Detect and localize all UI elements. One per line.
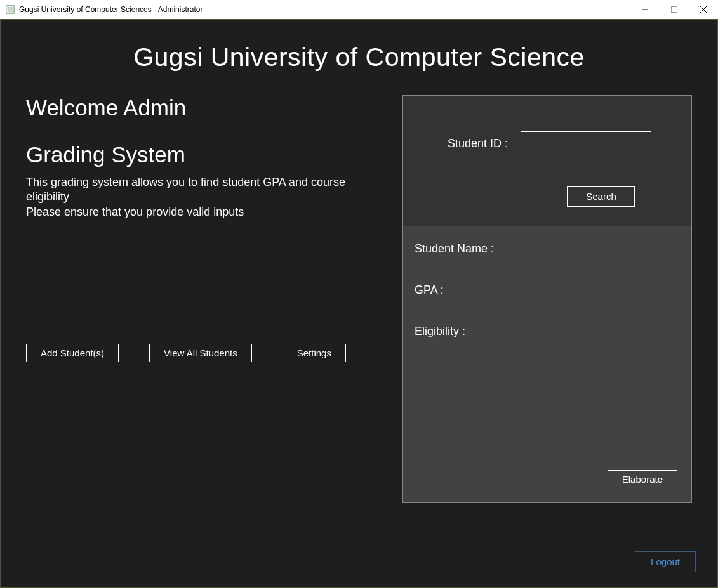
settings-button[interactable]: Settings — [283, 344, 346, 362]
student-name-label: Student Name : — [415, 242, 680, 256]
view-all-students-button[interactable]: View All Students — [149, 344, 252, 362]
app-window: Gugsi University of Computer Sciences - … — [0, 0, 718, 588]
window-title: Gugsi University of Computer Sciences - … — [19, 5, 203, 14]
app-title: Gugsi University of Computer Science — [1, 20, 717, 72]
app-icon — [5, 4, 15, 15]
gpa-label: GPA : — [415, 284, 680, 297]
elaborate-button[interactable]: Elaborate — [608, 470, 677, 488]
welcome-heading: Welcome Admin — [26, 95, 390, 121]
titlebar: Gugsi University of Computer Sciences - … — [0, 0, 718, 19]
search-section: Student ID : Search — [403, 96, 691, 226]
student-id-label: Student ID : — [448, 137, 508, 150]
section-description: This grading system allows you to find s… — [26, 175, 390, 219]
minimize-button[interactable] — [630, 0, 660, 19]
maximize-button — [660, 0, 689, 19]
svg-rect-3 — [672, 7, 677, 13]
student-id-input[interactable] — [521, 131, 651, 155]
eligibility-label: Eligibility : — [415, 325, 680, 338]
results-section: Student Name : GPA : Eligibility : Elabo… — [403, 226, 691, 502]
svg-rect-1 — [8, 7, 13, 13]
close-button[interactable] — [689, 0, 718, 19]
content-area: Welcome Admin Grading System This gradin… — [1, 72, 717, 503]
search-panel: Student ID : Search Student Name : GPA :… — [402, 95, 692, 503]
search-button[interactable]: Search — [567, 186, 635, 207]
window-controls — [630, 0, 718, 19]
add-students-button[interactable]: Add Student(s) — [26, 344, 119, 362]
app-body: Gugsi University of Computer Science Wel… — [0, 19, 718, 588]
search-row: Student ID : — [422, 131, 672, 155]
action-button-row: Add Student(s) View All Students Setting… — [26, 344, 390, 362]
search-button-row: Search — [422, 186, 672, 207]
left-column: Welcome Admin Grading System This gradin… — [26, 95, 402, 503]
logout-button[interactable]: Logout — [635, 551, 696, 572]
section-title: Grading System — [26, 142, 390, 167]
